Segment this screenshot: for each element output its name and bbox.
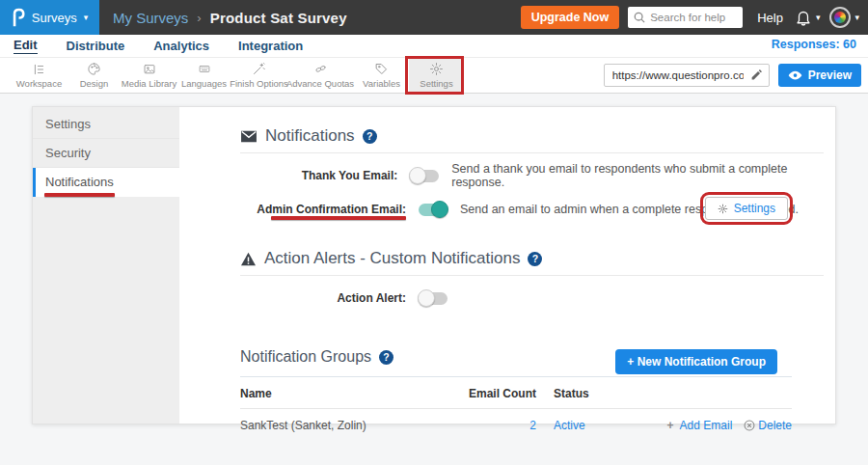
- action-alert-toggle[interactable]: [419, 292, 448, 305]
- email-count-link[interactable]: 2: [529, 419, 536, 432]
- chevron-down-icon: [84, 14, 89, 22]
- section-divider: [240, 152, 824, 153]
- sidebar-item-settings[interactable]: Settings: [33, 110, 179, 139]
- survey-url-input[interactable]: [604, 64, 770, 87]
- notification-groups-table: Name Email Count Status SankTest (Sanket…: [240, 376, 792, 442]
- page-background: Settings Security Notifications Notifica…: [0, 94, 868, 465]
- action-alert-row: Action Alert:: [240, 288, 824, 308]
- workspace-icon: [32, 62, 46, 76]
- toolbar-item-finish-options[interactable]: Finish Options: [231, 58, 286, 93]
- annotation-box-settings-button: Settings: [700, 192, 793, 225]
- sidebar-item-security[interactable]: Security: [33, 139, 179, 168]
- column-header-name: Name: [240, 387, 459, 400]
- chevron-down-icon: [854, 14, 859, 22]
- toolbar-item-settings[interactable]: Settings: [409, 58, 464, 93]
- account-menu[interactable]: [829, 7, 859, 28]
- magic-wand-icon: [252, 62, 266, 76]
- tab-distribute[interactable]: Distribute: [67, 39, 125, 53]
- thank-you-email-description: Send a thank you email to respondents wh…: [451, 162, 824, 189]
- action-alerts-section-title: Action Alerts - Custom Notifications: [264, 249, 520, 268]
- column-header-status: Status: [536, 387, 652, 400]
- notifications-bell-menu[interactable]: [795, 9, 821, 27]
- search-icon: [634, 12, 645, 23]
- chain-links-icon: [312, 62, 329, 76]
- toolbar-item-advance-quotas[interactable]: Advance Quotas: [286, 58, 354, 93]
- help-search: [628, 7, 743, 28]
- breadcrumb-current-survey: Product Sat Survey: [210, 10, 347, 26]
- table-header-row: Name Email Count Status: [240, 377, 792, 409]
- avatar: [829, 7, 851, 28]
- toolbar-item-variables[interactable]: Variables: [354, 58, 409, 93]
- admin-confirmation-email-label: Admin Confirmation Email:: [240, 203, 406, 216]
- delete-circle-x-icon: [744, 420, 755, 431]
- plus-icon: [667, 419, 674, 432]
- surveys-menu-label: Surveys: [32, 11, 77, 25]
- bell-icon: [795, 9, 812, 27]
- breadcrumb-my-surveys[interactable]: My Surveys: [113, 10, 188, 26]
- image-icon: [142, 62, 157, 76]
- breadcrumb-separator: ›: [197, 11, 201, 25]
- notifications-panel: Notifications ? Thank You Email: Send a …: [179, 107, 835, 424]
- settings-card: Settings Security Notifications Notifica…: [32, 106, 836, 424]
- thank-you-email-toggle[interactable]: [410, 170, 439, 182]
- toolbar-item-languages[interactable]: Languages: [176, 58, 231, 93]
- top-navbar: Surveys My Surveys › Product Sat Survey …: [0, 0, 868, 35]
- admin-confirmation-email-toggle[interactable]: [419, 204, 448, 216]
- annotation-underline-admin-confirmation: [271, 216, 406, 220]
- responses-count[interactable]: Responses: 60: [772, 38, 856, 51]
- new-notification-group-button[interactable]: + New Notification Group: [615, 349, 777, 374]
- table-row: SankTest (Sanket, Zolin) 2 Active Add Em…: [240, 409, 792, 442]
- action-alert-label: Action Alert:: [240, 291, 406, 305]
- thank-you-email-row: Thank You Email: Send a thank you email …: [240, 166, 824, 185]
- settings-sidebar: Settings Security Notifications: [33, 107, 179, 424]
- preview-button[interactable]: Preview: [778, 64, 861, 87]
- eye-icon: [788, 70, 802, 80]
- breadcrumb: My Surveys › Product Sat Survey: [113, 10, 347, 26]
- surveys-menu[interactable]: Surveys: [0, 0, 99, 35]
- edit-toolbar: Workspace Design Media Library Languages…: [0, 57, 868, 94]
- upgrade-now-button[interactable]: Upgrade Now: [521, 6, 620, 29]
- admin-confirmation-email-row: Admin Confirmation Email: Send an email …: [240, 200, 824, 219]
- delete-action[interactable]: Delete: [744, 419, 792, 432]
- keyboard-icon: [197, 62, 212, 76]
- group-name: SankTest (Sanket, Zolin): [240, 419, 459, 432]
- toolbar-item-media-library[interactable]: Media Library: [122, 58, 176, 93]
- help-link[interactable]: Help: [757, 11, 783, 25]
- column-header-email-count: Email Count: [459, 387, 536, 400]
- annotation-underline-notifications: [44, 193, 115, 197]
- notifications-section-title: Notifications: [265, 126, 355, 146]
- gear-icon: [718, 204, 728, 214]
- section-divider: [240, 275, 824, 276]
- tab-analytics[interactable]: Analytics: [153, 39, 209, 53]
- help-question-icon[interactable]: ?: [379, 350, 393, 365]
- survey-tabbar: Edit Distribute Analytics Integration Re…: [0, 35, 868, 57]
- edit-url-pencil-icon[interactable]: [750, 68, 763, 81]
- help-question-icon[interactable]: ?: [528, 252, 542, 266]
- add-email-action[interactable]: Add Email: [667, 419, 733, 432]
- thank-you-email-label: Thank You Email:: [240, 169, 397, 182]
- tab-edit[interactable]: Edit: [14, 38, 38, 54]
- toolbar-item-design[interactable]: Design: [67, 58, 122, 93]
- questionpro-logo-icon: [12, 8, 25, 28]
- notification-groups-title: Notification Groups: [240, 348, 371, 366]
- survey-url-field: [604, 64, 770, 87]
- warning-triangle-icon: [240, 252, 257, 266]
- tag-icon: [374, 62, 389, 76]
- help-question-icon[interactable]: ?: [363, 129, 377, 144]
- status-link[interactable]: Active: [554, 419, 585, 432]
- tab-integration[interactable]: Integration: [238, 39, 303, 53]
- toolbar-item-workspace[interactable]: Workspace: [12, 58, 67, 93]
- admin-email-settings-button[interactable]: Settings: [705, 197, 788, 220]
- envelope-icon: [240, 130, 258, 143]
- design-palette-icon: [87, 62, 101, 76]
- chevron-down-icon: [816, 14, 821, 22]
- gear-icon: [429, 62, 444, 76]
